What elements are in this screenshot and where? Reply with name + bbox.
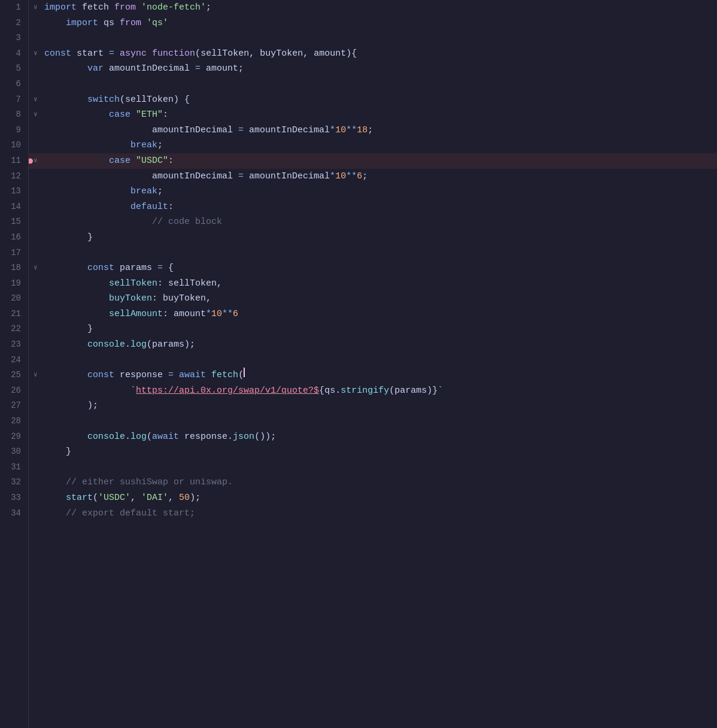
line-num-9: 9 xyxy=(0,123,21,138)
line-num-7: 7 xyxy=(0,92,21,108)
line-num-23: 23 xyxy=(0,337,21,353)
code-line-15: // code block xyxy=(29,214,717,230)
code-line-11: case "USDC": xyxy=(29,153,717,169)
line-num-19: 19 xyxy=(0,276,21,292)
code-line-10: break; xyxy=(29,138,717,153)
code-line-17 xyxy=(29,245,717,261)
code-line-20: buyToken: buyToken, xyxy=(29,291,717,307)
code-line-31 xyxy=(29,460,717,475)
line-num-6: 6 xyxy=(0,77,21,92)
line-num-14: 14 xyxy=(0,199,21,215)
line-num-12: 12 xyxy=(0,169,21,184)
code-line-16: } xyxy=(29,230,717,245)
line-num-1: 1 xyxy=(0,0,21,16)
code-line-4: const start = async function(sellToken, … xyxy=(29,46,717,62)
line-num-26: 26 xyxy=(0,383,21,399)
code-line-6 xyxy=(29,77,717,92)
fold-arrow-25[interactable] xyxy=(34,368,43,383)
code-line-5: var amountInDecimal = amount; xyxy=(29,61,717,77)
code-line-24 xyxy=(29,353,717,368)
code-line-32: // either sushiSwap or uniswap. xyxy=(29,475,717,490)
code-editor: 1 2 3 4 5 6 7 8 9 10 11 12 13 14 15 16 1… xyxy=(0,0,717,728)
line-num-8: 8 xyxy=(0,107,21,123)
line-num-22: 22 xyxy=(0,321,21,337)
code-line-26: `https://api.0x.org/swap/v1/quote?${qs.s… xyxy=(29,383,717,399)
code-line-8: case "ETH": xyxy=(29,107,717,123)
code-line-23: console.log(params); xyxy=(29,337,717,353)
line-num-16: 16 xyxy=(0,230,21,245)
code-line-33: start('USDC', 'DAI', 50); xyxy=(29,490,717,506)
line-num-25: 25 xyxy=(0,368,21,383)
code-line-7: switch(sellToken) { xyxy=(29,92,717,108)
code-line-25: const response = await fetch( xyxy=(29,368,717,383)
code-line-13: break; xyxy=(29,184,717,199)
code-content[interactable]: import fetch from 'node-fetch'; import q… xyxy=(29,0,717,728)
line-num-27: 27 xyxy=(0,398,21,414)
line-num-24: 24 xyxy=(0,353,21,368)
fold-arrow-1[interactable] xyxy=(34,0,43,16)
code-line-2: import qs from 'qs' xyxy=(29,16,717,31)
line-num-20: 20 xyxy=(0,291,21,307)
code-line-14: default: xyxy=(29,199,717,215)
code-line-18: const params = { xyxy=(29,260,717,276)
code-line-34: // export default start; xyxy=(29,506,717,521)
line-numbers: 1 2 3 4 5 6 7 8 9 10 11 12 13 14 15 16 1… xyxy=(0,0,29,728)
line-num-34: 34 xyxy=(0,506,21,521)
code-line-27: ); xyxy=(29,398,717,414)
fold-arrow-11[interactable] xyxy=(34,153,43,169)
line-num-17: 17 xyxy=(0,245,21,261)
line-num-30: 30 xyxy=(0,444,21,460)
line-num-32: 32 xyxy=(0,475,21,490)
code-line-12: amountInDecimal = amountInDecimal*10**6; xyxy=(29,169,717,184)
line-num-13: 13 xyxy=(0,184,21,199)
line-num-11: 11 xyxy=(0,153,21,169)
line-num-29: 29 xyxy=(0,429,21,445)
code-line-28 xyxy=(29,414,717,429)
code-line-29: console.log(await response.json()); xyxy=(29,429,717,445)
code-line-9: amountInDecimal = amountInDecimal*10**18… xyxy=(29,123,717,138)
line-num-10: 10 xyxy=(0,138,21,153)
code-line-22: } xyxy=(29,321,717,337)
line-num-2: 2 xyxy=(0,16,21,31)
line-num-18: 18 xyxy=(0,260,21,276)
line-num-3: 3 xyxy=(0,31,21,46)
line-num-4: 4 xyxy=(0,46,21,62)
fold-arrow-18[interactable] xyxy=(34,260,43,276)
code-line-1: import fetch from 'node-fetch'; xyxy=(29,0,717,16)
code-line-30: } xyxy=(29,444,717,460)
line-num-33: 33 xyxy=(0,490,21,506)
code-line-19: sellToken: sellToken, xyxy=(29,276,717,292)
code-line-3 xyxy=(29,31,717,46)
line-num-21: 21 xyxy=(0,307,21,322)
code-line-21: sellAmount: amount*10**6 xyxy=(29,307,717,322)
fold-arrow-8[interactable] xyxy=(34,107,43,123)
fold-arrow-4[interactable] xyxy=(34,46,43,62)
line-num-28: 28 xyxy=(0,414,21,429)
line-num-31: 31 xyxy=(0,460,21,475)
fold-arrow-7[interactable] xyxy=(34,92,43,108)
line-num-5: 5 xyxy=(0,61,21,77)
line-num-15: 15 xyxy=(0,214,21,230)
